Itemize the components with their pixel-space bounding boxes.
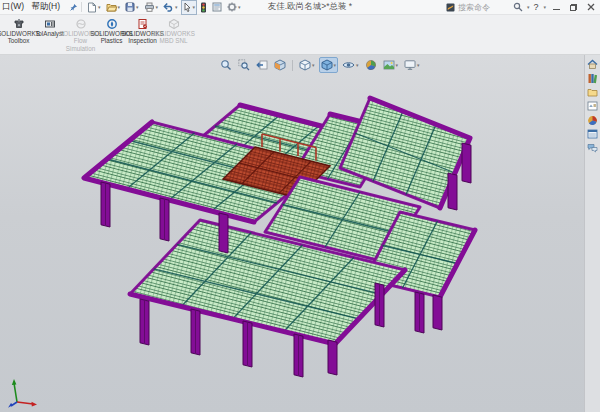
dropdown-arrow[interactable]: ▾: [356, 63, 359, 68]
addin-solidworks-toolbox[interactable]: SOLIDWORKS Toolbox: [3, 16, 34, 45]
new-document-button[interactable]: ▾: [85, 0, 103, 15]
dropdown-arrow[interactable]: ▾: [396, 63, 399, 68]
solidworks-forum-tab[interactable]: [586, 142, 599, 154]
addin-label-line: Flow: [74, 37, 87, 44]
display-style-button[interactable]: ▾: [319, 57, 339, 73]
solidworks-resources-tab[interactable]: [586, 58, 599, 70]
zoom-to-area-button[interactable]: [236, 57, 252, 73]
dropdown-arrow[interactable]: ▾: [136, 5, 139, 10]
design-library-tab[interactable]: [586, 72, 599, 84]
print-button[interactable]: ▾: [142, 0, 161, 15]
dropdown-arrow[interactable]: ▾: [156, 5, 159, 10]
search-icon[interactable]: [513, 2, 523, 12]
menu-help[interactable]: 帮助(H): [31, 1, 60, 13]
undo-button[interactable]: ▾: [161, 0, 180, 15]
dropdown-arrow[interactable]: ▾: [98, 5, 101, 10]
appearances-scenes-tab[interactable]: [586, 114, 599, 126]
titlebar-right: 搜索命令 ▾ ? ▾: [446, 1, 600, 13]
flow-simulation-icon: [75, 17, 87, 30]
toolbar-separator: [81, 2, 82, 12]
view-palette-tab[interactable]: [586, 100, 599, 112]
mbd-icon: [168, 17, 180, 30]
reference-triad: [5, 378, 41, 408]
inspection-icon: [137, 17, 149, 30]
section-view-button[interactable]: [272, 57, 288, 73]
help-button[interactable]: ?: [533, 2, 538, 12]
dropdown-arrow[interactable]: ▾: [543, 5, 546, 10]
dropdown-arrow[interactable]: ▾: [527, 5, 530, 10]
addin-label-line: Toolbox: [8, 37, 30, 44]
apply-scene-button[interactable]: ▾: [381, 57, 401, 73]
assembly-model[interactable]: [0, 55, 600, 412]
plastics-icon: [106, 17, 118, 30]
heads-up-toolbar: ▾ ▾ ▾ ▾ ▾: [218, 57, 422, 73]
dropdown-arrow[interactable]: ▾: [417, 63, 420, 68]
custom-properties-tab[interactable]: [586, 128, 599, 140]
menu-window[interactable]: 口(W): [2, 1, 24, 13]
search-input[interactable]: 搜索命令: [458, 2, 510, 13]
save-button[interactable]: ▾: [123, 0, 141, 15]
addin-solidworks-mbd-snl: SOLIDWORKS MBD SNL: [158, 16, 189, 45]
pin-menu-icon[interactable]: [69, 3, 78, 12]
minimize-button[interactable]: [550, 1, 563, 13]
addin-label-line: SOLIDWORKS: [152, 30, 195, 37]
menu-bar: 口(W) 帮助(H): [0, 1, 78, 13]
addin-label-line: Plastics: [101, 37, 123, 44]
hide-show-items-button[interactable]: ▾: [340, 57, 361, 73]
document-title: 友佳.欧尚名城>*总装 *: [180, 1, 440, 13]
graphics-area[interactable]: ▾ ▾ ▾ ▾ ▾: [0, 55, 600, 412]
toolbar-separator: [292, 60, 293, 71]
edit-appearance-button[interactable]: [363, 57, 379, 73]
previous-view-button[interactable]: [254, 57, 270, 73]
file-explorer-tab[interactable]: [586, 86, 599, 98]
addin-label-line: MBD SNL: [160, 37, 188, 44]
command-manager: SOLIDWORKS Toolbox TolAnalyst SOLIDWORKS…: [0, 15, 600, 55]
view-orientation-button[interactable]: ▾: [297, 57, 317, 73]
toolbox-icon: [13, 17, 25, 30]
solidworks-logo-icon: [446, 3, 455, 12]
tolanalyst-icon: [44, 17, 56, 30]
view-settings-button[interactable]: ▾: [402, 57, 422, 73]
open-button[interactable]: ▾: [104, 0, 123, 15]
solidworks-window: 口(W) 帮助(H) ▾ ▾ ▾ ▾: [0, 0, 600, 412]
dropdown-arrow[interactable]: ▾: [312, 63, 315, 68]
addin-label-line: Inspection: [128, 37, 157, 44]
task-pane-strip: [584, 55, 600, 412]
search-commands[interactable]: 搜索命令 ▾: [446, 2, 530, 13]
restore-button[interactable]: [567, 1, 580, 13]
addin-label-line: Simulation: [66, 45, 95, 52]
dropdown-arrow[interactable]: ▾: [175, 5, 178, 10]
dropdown-arrow[interactable]: ▾: [118, 5, 121, 10]
close-button[interactable]: [584, 1, 597, 13]
dropdown-arrow[interactable]: ▾: [334, 63, 337, 68]
zoom-to-fit-button[interactable]: [218, 57, 234, 73]
title-bar: 口(W) 帮助(H) ▾ ▾ ▾ ▾: [0, 0, 600, 15]
